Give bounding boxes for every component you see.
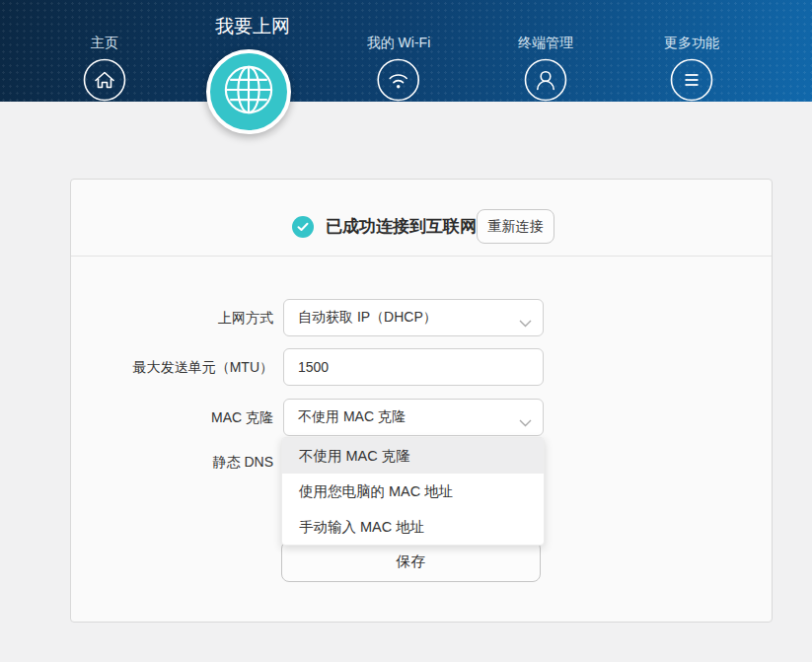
wifi-icon bbox=[377, 58, 420, 102]
success-check-icon bbox=[292, 216, 314, 238]
reconnect-button[interactable]: 重新连接 bbox=[477, 209, 554, 244]
mac-clone-select[interactable]: 不使用 MAC 克隆 bbox=[283, 399, 544, 436]
connection-status-text: 已成功连接到互联网 bbox=[326, 216, 477, 238]
user-icon bbox=[524, 58, 567, 102]
mtu-value: 1500 bbox=[298, 359, 329, 375]
mac-clone-dropdown: 不使用 MAC 克隆 使用您电脑的 MAC 地址 手动输入 MAC 地址 bbox=[281, 437, 545, 546]
nav-item-devices-label: 终端管理 bbox=[518, 34, 573, 51]
dropdown-option-use-computer-mac[interactable]: 使用您电脑的 MAC 地址 bbox=[282, 474, 544, 509]
internet-settings-card: 已成功连接到互联网 重新连接 上网方式 自动获取 IP（DHCP） 最大发送单元… bbox=[70, 179, 773, 623]
nav-item-home-label: 主页 bbox=[83, 34, 126, 51]
nav-item-wifi-label: 我的 Wi-Fi bbox=[367, 34, 431, 51]
status-divider bbox=[71, 256, 772, 257]
top-nav: 主页 我要上网 bbox=[0, 0, 812, 102]
router-admin-page: 主页 我要上网 bbox=[0, 0, 812, 662]
field-label-mac-clone: MAC 克隆 bbox=[71, 409, 273, 425]
connection-type-value: 自动获取 IP（DHCP） bbox=[298, 309, 437, 327]
chevron-down-icon bbox=[519, 315, 532, 331]
menu-icon bbox=[670, 58, 713, 102]
connection-type-select[interactable]: 自动获取 IP（DHCP） bbox=[283, 299, 544, 336]
field-label-static-dns: 静态 DNS bbox=[71, 454, 273, 470]
mtu-input[interactable]: 1500 bbox=[283, 348, 544, 386]
home-icon bbox=[83, 58, 126, 102]
mac-clone-value: 不使用 MAC 克隆 bbox=[298, 408, 406, 426]
field-label-mtu: 最大发送单元（MTU） bbox=[71, 359, 273, 375]
save-button[interactable]: 保存 bbox=[281, 541, 541, 582]
nav-item-internet[interactable] bbox=[206, 49, 291, 134]
nav-item-more-label: 更多功能 bbox=[664, 34, 719, 51]
globe-icon bbox=[222, 63, 275, 120]
dropdown-option-no-mac-clone[interactable]: 不使用 MAC 克隆 bbox=[282, 438, 544, 474]
nav-item-wifi[interactable]: 我的 Wi-Fi bbox=[367, 34, 431, 102]
nav-item-more[interactable]: 更多功能 bbox=[664, 34, 719, 102]
nav-item-internet-label: 我要上网 bbox=[215, 15, 290, 38]
nav-item-home[interactable]: 主页 bbox=[83, 34, 126, 102]
field-label-connection-type: 上网方式 bbox=[71, 310, 273, 326]
chevron-down-icon bbox=[519, 414, 532, 430]
nav-item-devices[interactable]: 终端管理 bbox=[518, 34, 573, 102]
dropdown-option-manual-mac[interactable]: 手动输入 MAC 地址 bbox=[282, 509, 544, 545]
